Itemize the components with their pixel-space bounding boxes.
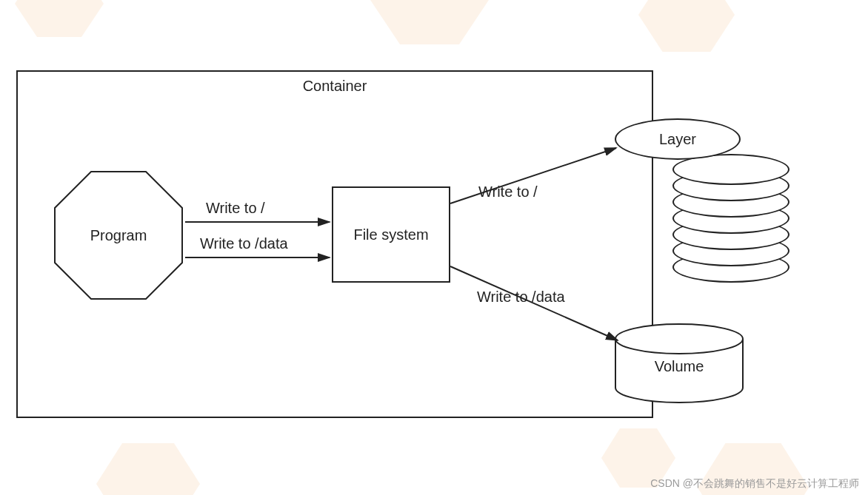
layer-label: Layer [659, 131, 696, 148]
image-layer-stack [672, 155, 789, 281]
watermark-text: CSDN @不会跳舞的销售不是好云计算工程师 [650, 477, 859, 491]
edge-label-write-root: Write to / [206, 200, 265, 217]
bg-hexagon [370, 0, 489, 44]
program-node: Program [52, 169, 185, 302]
edge-label-fs-layer: Write to / [478, 183, 538, 201]
bg-hexagon [15, 0, 104, 37]
volume-node: Volume [613, 323, 745, 404]
container-label: Container [303, 78, 367, 95]
filesystem-node: File system [332, 186, 450, 283]
edge-label-write-data: Write to /data [200, 235, 288, 252]
edge-label-fs-volume: Write to /data [477, 289, 565, 306]
bg-hexagon [638, 0, 735, 52]
layer-node: Layer [615, 118, 741, 160]
volume-label: Volume [655, 358, 704, 375]
filesystem-label: File system [353, 226, 428, 243]
program-label: Program [90, 227, 147, 244]
svg-point-5 [615, 324, 743, 354]
bg-hexagon [96, 443, 200, 495]
